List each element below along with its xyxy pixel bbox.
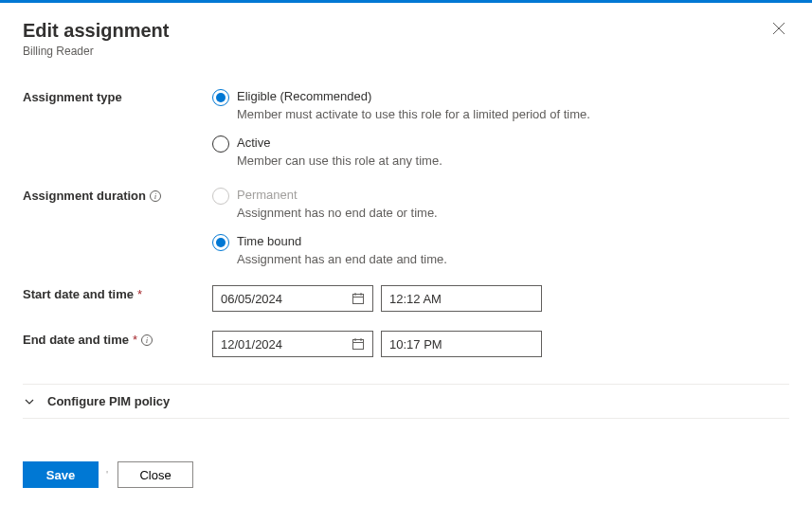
footer-separator: ' bbox=[106, 469, 108, 480]
panel-title: Edit assignment bbox=[23, 18, 169, 43]
close-icon[interactable] bbox=[768, 18, 789, 42]
end-time-value: 10:17 PM bbox=[389, 337, 442, 352]
start-datetime-label: Start date and time * bbox=[23, 285, 212, 301]
radio-active-label: Active bbox=[237, 135, 442, 152]
radio-icon bbox=[212, 135, 229, 153]
radio-active[interactable]: Active Member can use this role at any t… bbox=[212, 135, 789, 168]
radio-permanent-label: Permanent bbox=[237, 187, 438, 204]
radio-permanent: Permanent Assignment has no end date or … bbox=[212, 187, 789, 220]
end-datetime-label: End date and time * i bbox=[23, 331, 212, 347]
svg-rect-4 bbox=[353, 340, 364, 350]
chevron-down-icon bbox=[23, 396, 36, 407]
radio-eligible-label: Eligible (Recommended) bbox=[237, 88, 590, 105]
assignment-type-label: Assignment type bbox=[23, 88, 212, 104]
radio-eligible-desc: Member must activate to use this role fo… bbox=[237, 107, 590, 121]
radio-icon bbox=[212, 188, 229, 205]
start-time-value: 12:12 AM bbox=[389, 292, 442, 306]
end-date-input[interactable]: 12/01/2024 bbox=[212, 331, 373, 357]
radio-eligible[interactable]: Eligible (Recommended) Member must activ… bbox=[212, 88, 789, 121]
radio-active-desc: Member can use this role at any time. bbox=[237, 153, 442, 168]
start-time-input[interactable]: 12:12 AM bbox=[381, 285, 542, 312]
calendar-icon bbox=[352, 292, 365, 305]
calendar-icon bbox=[352, 337, 365, 351]
end-time-input[interactable]: 10:17 PM bbox=[381, 331, 542, 357]
end-date-value: 12/01/2024 bbox=[221, 337, 282, 352]
expander-label: Configure PIM policy bbox=[47, 394, 170, 408]
radio-icon bbox=[212, 234, 229, 251]
info-icon[interactable]: i bbox=[150, 190, 161, 202]
start-date-input[interactable]: 06/05/2024 bbox=[212, 285, 373, 312]
radio-icon bbox=[212, 89, 229, 106]
info-icon[interactable]: i bbox=[141, 334, 153, 346]
assignment-duration-label: Assignment duration i bbox=[23, 187, 212, 203]
save-button[interactable]: Save bbox=[23, 461, 99, 488]
panel-subtitle: Billing Reader bbox=[23, 45, 169, 58]
configure-pim-policy-expander[interactable]: Configure PIM policy bbox=[23, 384, 789, 419]
radio-permanent-desc: Assignment has no end date or time. bbox=[237, 206, 438, 220]
radio-timebound-label: Time bound bbox=[237, 233, 447, 250]
radio-timebound[interactable]: Time bound Assignment has an end date an… bbox=[212, 233, 789, 266]
svg-rect-0 bbox=[353, 295, 364, 304]
radio-timebound-desc: Assignment has an end date and time. bbox=[237, 252, 447, 266]
close-button[interactable]: Close bbox=[117, 461, 193, 488]
start-date-value: 06/05/2024 bbox=[221, 292, 282, 306]
